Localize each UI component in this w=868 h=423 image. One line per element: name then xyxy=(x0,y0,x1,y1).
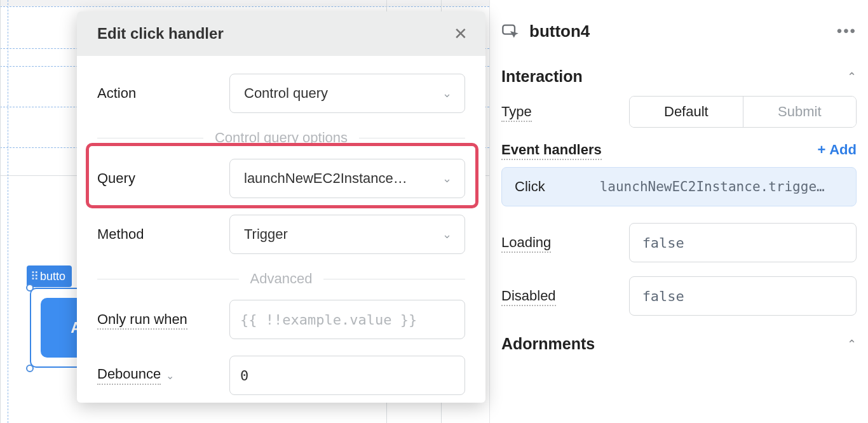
debounce-input[interactable] xyxy=(229,356,465,395)
section-interaction: Interaction xyxy=(501,67,583,86)
only-run-when-label: Only run when xyxy=(97,311,187,330)
chevron-down-icon[interactable]: ⌄ xyxy=(166,370,174,382)
method-label: Method xyxy=(97,226,229,243)
more-menu-icon[interactable]: ••• xyxy=(837,22,857,40)
disabled-input[interactable] xyxy=(629,276,857,316)
drag-grip-icon: ⠿ xyxy=(31,269,37,283)
canvas-shade xyxy=(0,0,489,6)
divider-label: Control query options xyxy=(215,130,348,146)
close-icon[interactable]: ✕ xyxy=(454,24,468,44)
selection-tag[interactable]: ⠿ butto xyxy=(27,265,72,287)
selection-tag-label: butto xyxy=(40,270,65,283)
gridline xyxy=(0,0,1,423)
type-default-button[interactable]: Default xyxy=(630,97,742,127)
section-adornments: Adornments xyxy=(501,335,595,353)
chevron-down-icon: ⌄ xyxy=(442,227,452,241)
loading-input[interactable] xyxy=(629,223,857,262)
chevron-down-icon: ⌄ xyxy=(442,86,452,100)
divider-control-query-options: Control query options xyxy=(97,130,465,146)
divider-advanced: Advanced xyxy=(97,271,465,287)
type-segmented: Default Submit xyxy=(629,96,857,128)
gridline xyxy=(0,6,489,7)
gridline xyxy=(8,0,8,423)
event-handlers-label: Event handlers xyxy=(501,142,602,160)
type-submit-button[interactable]: Submit xyxy=(743,97,856,127)
action-label: Action xyxy=(97,85,229,102)
edit-click-handler-modal: Edit click handler ✕ Action Control quer… xyxy=(77,11,485,403)
component-name[interactable]: button4 xyxy=(529,22,590,41)
only-run-when-input[interactable] xyxy=(229,300,465,339)
resize-handle[interactable] xyxy=(26,365,34,372)
collapse-section-icon[interactable]: ⌃ xyxy=(847,70,857,84)
resize-handle[interactable] xyxy=(26,284,34,292)
debounce-label: Debounce xyxy=(97,366,161,385)
handler-code: launchNewEC2Instance.trigge… xyxy=(600,179,843,194)
type-label: Type xyxy=(501,104,532,122)
add-handler-button[interactable]: + Add xyxy=(817,142,857,158)
query-select[interactable]: launchNewEC2Instance… ⌄ xyxy=(229,159,465,198)
action-select[interactable]: Control query ⌄ xyxy=(229,74,465,113)
modal-header: Edit click handler ✕ xyxy=(77,11,485,56)
inspector-panel: button4 ••• Interaction ⌃ Type Default S… xyxy=(489,0,868,423)
modal-title: Edit click handler xyxy=(97,25,224,43)
method-select[interactable]: Trigger ⌄ xyxy=(229,215,465,254)
query-value: launchNewEC2Instance… xyxy=(244,170,407,187)
method-value: Trigger xyxy=(244,226,288,243)
divider-label: Advanced xyxy=(250,271,313,287)
action-value: Control query xyxy=(244,85,328,102)
plus-icon: + xyxy=(817,142,825,158)
chevron-down-icon: ⌄ xyxy=(442,171,452,185)
component-button-icon xyxy=(501,22,519,40)
query-label: Query xyxy=(97,170,229,187)
disabled-label: Disabled xyxy=(501,288,556,306)
loading-label: Loading xyxy=(501,234,551,253)
collapse-section-icon[interactable]: ⌃ xyxy=(847,337,857,351)
event-handler-row[interactable]: Click launchNewEC2Instance.trigge… xyxy=(501,167,857,206)
handler-event: Click xyxy=(515,178,545,195)
add-label: Add xyxy=(829,142,857,158)
